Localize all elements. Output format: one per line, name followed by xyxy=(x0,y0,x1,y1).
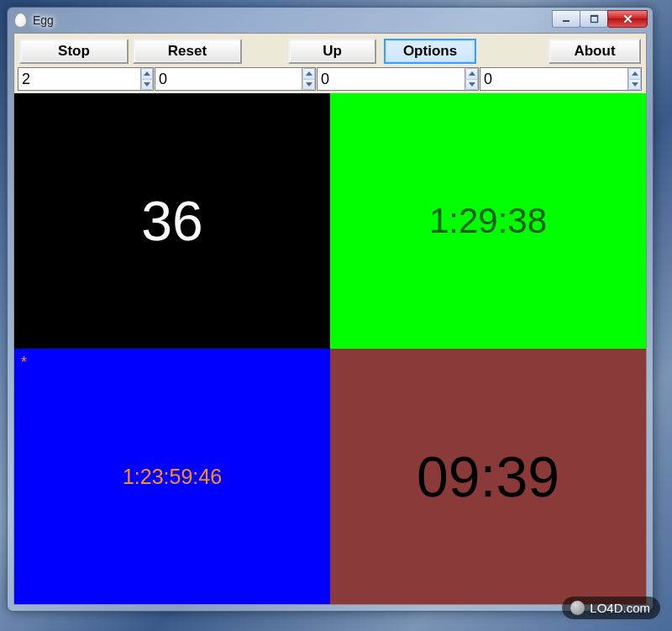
spinner-1-input[interactable] xyxy=(18,68,140,90)
spinner-1-down[interactable] xyxy=(141,79,153,91)
chevron-down-icon xyxy=(469,82,475,87)
about-button[interactable]: About xyxy=(549,39,641,64)
spinner-1-up[interactable] xyxy=(141,68,153,79)
up-button[interactable]: Up xyxy=(288,39,376,64)
spinner-4-down[interactable] xyxy=(628,79,641,91)
spinner-1 xyxy=(18,67,154,91)
timer-2-value: 1:29:38 xyxy=(429,201,547,241)
options-button[interactable]: Options xyxy=(384,39,476,64)
timer-panel-2[interactable]: 1:29:38 xyxy=(330,93,646,349)
stop-button[interactable]: Stop xyxy=(19,39,129,64)
app-window: Egg Stop Reset Up Options About xyxy=(7,7,654,612)
timer-1-value: 36 xyxy=(141,189,202,253)
toolbar: Stop Reset Up Options About xyxy=(14,34,646,67)
chevron-up-icon xyxy=(306,71,312,76)
egg-icon xyxy=(14,13,27,28)
close-button[interactable] xyxy=(607,10,648,28)
timer-3-marker: * xyxy=(21,354,27,371)
spinner-3-down[interactable] xyxy=(465,79,478,91)
timer-panel-1[interactable]: 36 xyxy=(14,93,330,349)
reset-button[interactable]: Reset xyxy=(133,39,242,64)
spinner-4 xyxy=(480,67,642,91)
window-controls xyxy=(553,10,648,28)
chevron-down-icon xyxy=(632,82,638,87)
chevron-up-icon xyxy=(632,71,638,76)
timer-panel-3[interactable]: * 1:23:59:46 xyxy=(14,349,330,604)
spinner-2-up[interactable] xyxy=(302,68,315,79)
spinner-4-up[interactable] xyxy=(628,68,641,79)
watermark: LO4D.com xyxy=(562,597,660,619)
svg-rect-2 xyxy=(591,15,598,17)
globe-icon xyxy=(570,601,585,615)
timer-panel-4[interactable]: 09:39 xyxy=(330,349,646,604)
spinner-3-input[interactable] xyxy=(318,68,465,90)
chevron-up-icon xyxy=(144,71,150,76)
spinner-2 xyxy=(155,67,316,91)
chevron-down-icon xyxy=(306,82,312,87)
spinner-2-down[interactable] xyxy=(302,79,315,91)
spinner-2-input[interactable] xyxy=(155,68,302,90)
timer-4-value: 09:39 xyxy=(417,444,559,509)
chevron-up-icon xyxy=(469,71,475,76)
timer-panels: 36 1:29:38 * 1:23:59:46 09:39 xyxy=(14,93,646,604)
spinner-3-up[interactable] xyxy=(465,68,478,79)
window-title: Egg xyxy=(33,13,54,27)
spinner-3 xyxy=(317,67,479,91)
chevron-down-icon xyxy=(144,82,150,87)
maximize-button[interactable] xyxy=(580,10,608,28)
timer-3-value: 1:23:59:46 xyxy=(123,465,222,489)
svg-rect-0 xyxy=(563,20,570,22)
spinner-4-input[interactable] xyxy=(480,68,627,90)
client-area: Stop Reset Up Options About xyxy=(13,33,647,605)
watermark-text: LO4D.com xyxy=(590,601,650,615)
titlebar[interactable]: Egg xyxy=(8,8,653,33)
minimize-button[interactable] xyxy=(552,10,580,28)
spinner-row xyxy=(14,67,646,93)
